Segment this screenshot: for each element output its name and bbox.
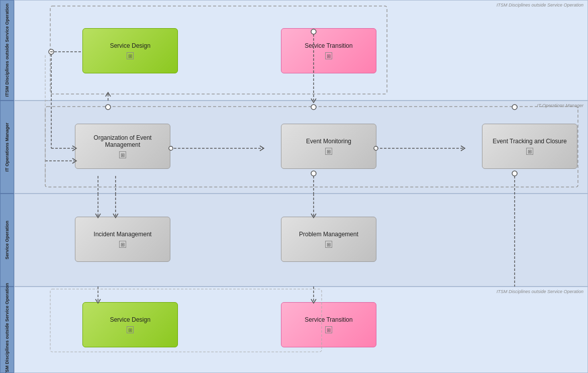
lane-label-text-service-op: Service Operation [5, 221, 10, 259]
incident-mgmt-expand[interactable]: ⊞ [119, 241, 126, 248]
lane-label-service-op: Service Operation [0, 194, 14, 287]
service-design-top-expand[interactable]: ⊞ [127, 52, 134, 59]
problem-mgmt-expand[interactable]: ⊞ [325, 241, 332, 248]
incident-mgmt-box[interactable]: Incident Management ⊞ [75, 217, 170, 262]
lane-title-itsm-bottom: ITSM Disciplines outside Service Operati… [497, 289, 583, 294]
diagram-container: ITSM Disciplines outside Service Operati… [0, 0, 588, 373]
lane-content-itsm-top: ITSM Disciplines outside Service Operati… [14, 0, 588, 101]
problem-mgmt-label: Problem Management [299, 231, 358, 238]
lane-service-operation: Service Operation Incident Management ⊞ … [0, 194, 588, 287]
incident-mgmt-label: Incident Management [93, 231, 151, 238]
lane-itsm-top: ITSM Disciplines outside Service Operati… [0, 0, 588, 101]
service-transition-bottom-expand[interactable]: ⊞ [325, 326, 332, 333]
service-transition-top-expand[interactable]: ⊞ [325, 52, 332, 59]
lane-itsm-bottom: ITSM Disciplines outside Service Operati… [0, 287, 588, 373]
lane-title-it-ops: IT Operations Manager [537, 103, 583, 108]
problem-mgmt-box[interactable]: Problem Management ⊞ [281, 217, 376, 262]
event-monitoring-expand[interactable]: ⊞ [325, 148, 332, 155]
lane-label-itsm-bottom: ITSM Disciplines outside Service Operati… [0, 287, 14, 373]
lane-label-text-itsm-bottom: ITSM Disciplines outside Service Operati… [5, 283, 10, 373]
lane-label-text-it-ops: IT Operations Manager [5, 123, 10, 172]
service-transition-bottom-box[interactable]: Service Transition ⊞ [281, 302, 376, 347]
lane-label-it-ops: IT Operations Manager [0, 101, 14, 194]
lane-label-itsm-top: ITSM Disciplines outside Service Operati… [0, 0, 14, 101]
org-event-mgmt-box[interactable]: Organization of Event Management ⊞ [75, 124, 170, 169]
event-tracking-box[interactable]: Event Tracking and Closure ⊞ [482, 124, 577, 169]
lane-content-it-ops: IT Operations Manager Organization of Ev… [14, 101, 588, 194]
event-monitoring-label: Event Monitoring [306, 138, 351, 145]
service-design-top-box[interactable]: Service Design ⊞ [82, 28, 178, 73]
event-tracking-expand[interactable]: ⊞ [526, 148, 533, 155]
service-design-bottom-box[interactable]: Service Design ⊞ [82, 302, 178, 347]
service-transition-bottom-label: Service Transition [305, 316, 352, 323]
lane-it-ops-manager: IT Operations Manager IT Operations Mana… [0, 101, 588, 194]
service-design-bottom-expand[interactable]: ⊞ [127, 326, 134, 333]
event-monitoring-box[interactable]: Event Monitoring ⊞ [281, 124, 376, 169]
service-design-top-label: Service Design [110, 42, 151, 49]
service-design-bottom-label: Service Design [110, 316, 151, 323]
lane-label-text-itsm-top: ITSM Disciplines outside Service Operati… [5, 4, 10, 97]
lane-title-itsm-top: ITSM Disciplines outside Service Operati… [497, 3, 583, 8]
lane-content-service-op: Incident Management ⊞ Problem Management… [14, 194, 588, 287]
service-transition-top-box[interactable]: Service Transition ⊞ [281, 28, 376, 73]
org-event-mgmt-expand[interactable]: ⊞ [119, 151, 126, 158]
lane-content-itsm-bottom: ITSM Disciplines outside Service Operati… [14, 287, 588, 373]
event-tracking-label: Event Tracking and Closure [493, 138, 566, 145]
org-event-mgmt-label: Organization of Event Management [75, 134, 170, 148]
service-transition-top-label: Service Transition [305, 42, 352, 49]
